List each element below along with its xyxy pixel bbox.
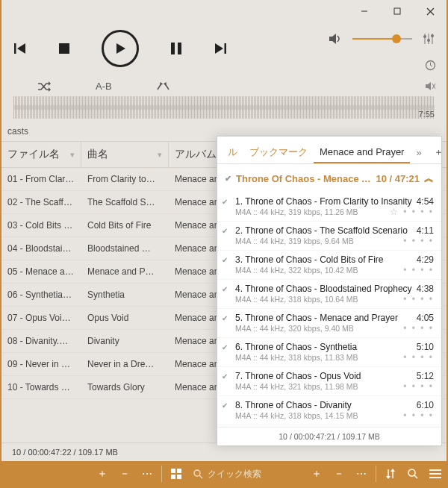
new-tab-icon[interactable]: ＋: [428, 141, 448, 163]
bottom-toolbar: ＋ － ⋯ クイック検索 ＋ － ⋯: [1, 461, 447, 487]
rating-dots[interactable]: ☆ • • • •: [390, 207, 434, 217]
svg-line-21: [431, 66, 433, 67]
checkmark-icon: ✔: [225, 174, 231, 184]
playlist-item[interactable]: ✔6. Throne of Chaos - Synthetia5:10M4A :…: [217, 338, 441, 367]
svg-marker-10: [215, 43, 223, 54]
grid-view-icon[interactable]: [165, 461, 187, 487]
check-icon: ✔: [222, 198, 228, 206]
svg-rect-31: [171, 475, 175, 479]
filter-icon[interactable]: ▾: [70, 150, 75, 160]
check-icon: ✔: [222, 401, 228, 410]
rating-dots[interactable]: • • • •: [403, 236, 434, 246]
rating-dots[interactable]: • • • •: [403, 381, 434, 392]
play-button[interactable]: [102, 30, 139, 67]
check-icon: ✔: [222, 227, 228, 235]
svg-point-18: [431, 34, 434, 37]
svg-rect-9: [178, 43, 181, 54]
svg-marker-25: [49, 81, 51, 86]
tabs-overflow-icon[interactable]: »: [410, 143, 427, 163]
next-button[interactable]: [214, 42, 227, 55]
time-total: 7:55: [419, 110, 435, 119]
svg-rect-29: [171, 469, 175, 473]
player-area: A-B 7:55: [1, 22, 447, 122]
playlist-item[interactable]: ✔7. Throne of Chaos - Opus Void5:12M4A :…: [217, 367, 441, 396]
more-button[interactable]: ⋯: [136, 461, 158, 487]
shuffle-icon[interactable]: [37, 81, 51, 92]
svg-rect-1: [394, 8, 400, 14]
pl-more-button[interactable]: ⋯: [350, 461, 373, 487]
rating-dots[interactable]: • • • •: [403, 294, 434, 304]
svg-marker-22: [426, 82, 431, 90]
svg-rect-4: [14, 43, 16, 54]
sort-icon[interactable]: [379, 461, 402, 487]
rating-dots[interactable]: • • • •: [403, 352, 434, 363]
col-filename[interactable]: ファイル名▾: [1, 142, 81, 167]
quick-search[interactable]: クイック検索: [187, 468, 305, 481]
playlist-item[interactable]: ✔5. Throne of Chaos - Menace and Prayer4…: [217, 309, 441, 338]
rating-dots[interactable]: • • • •: [403, 265, 434, 275]
filter-icon[interactable]: ▾: [158, 150, 162, 160]
equalizer-icon[interactable]: [423, 33, 435, 45]
menu-icon[interactable]: [424, 461, 447, 487]
pl-add-button[interactable]: ＋: [305, 461, 328, 487]
svg-rect-32: [177, 475, 181, 479]
rating-dots[interactable]: • • • •: [403, 323, 434, 334]
check-icon: ✔: [222, 314, 228, 322]
col-song[interactable]: 曲名▾: [81, 142, 169, 167]
playlist-item[interactable]: ✔2. Throne of Chaos - The Scaffold Scena…: [217, 222, 441, 251]
pl-remove-button[interactable]: －: [328, 461, 350, 487]
svg-marker-5: [17, 43, 25, 54]
prev-button[interactable]: [13, 42, 27, 55]
svg-marker-12: [329, 34, 336, 44]
check-icon: ✔: [222, 343, 228, 351]
rating-dots[interactable]: • • • •: [403, 410, 434, 421]
minimize-button[interactable]: [348, 0, 381, 22]
svg-point-39: [408, 469, 415, 476]
svg-point-17: [427, 39, 430, 42]
svg-line-34: [199, 475, 202, 478]
playlist-header[interactable]: ✔ Throne Of Chaos - Menace A… 10 / 47:21…: [217, 164, 441, 193]
playlist-item[interactable]: ✔8. Throne of Chaos - Divanity6:10M4A ::…: [217, 396, 441, 425]
check-icon: ✔: [222, 256, 228, 264]
add-button[interactable]: ＋: [91, 461, 113, 487]
svg-marker-36: [386, 476, 391, 479]
ab-repeat-label[interactable]: A-B: [96, 81, 112, 92]
search-icon[interactable]: [402, 461, 424, 487]
svg-rect-11: [225, 43, 227, 54]
titlebar: [1, 0, 447, 22]
mute-icon[interactable]: [425, 81, 436, 91]
svg-rect-6: [59, 43, 69, 54]
tab-active-playlist[interactable]: Menace and Prayer: [314, 142, 410, 163]
playlist-item[interactable]: ✔3. Throne of Chaos - Cold Bits of Fire4…: [217, 251, 441, 280]
pause-button[interactable]: [170, 42, 182, 55]
svg-rect-8: [171, 43, 175, 54]
svg-point-33: [194, 470, 200, 476]
playlist-status: 10 / 00:00:47:21 / 109.17 MB: [217, 427, 441, 445]
playlist-panel: ル ブックマーク Menace and Prayer » ＋ ✔ Throne …: [217, 136, 442, 446]
svg-marker-26: [49, 87, 51, 92]
tab-bookmark[interactable]: ブックマーク: [243, 141, 314, 163]
check-icon: ✔: [222, 372, 228, 381]
volume-icon[interactable]: [329, 33, 342, 45]
maximize-button[interactable]: [381, 0, 414, 22]
remove-button[interactable]: －: [113, 461, 136, 487]
playlist-item[interactable]: ✔1. Throne of Chaos - From Clarity to In…: [217, 193, 441, 222]
crossfade-icon[interactable]: [157, 81, 170, 92]
waveform[interactable]: [13, 96, 435, 119]
playlist-item[interactable]: ✔4. Throne of Chaos - Bloodstained Proph…: [217, 280, 441, 309]
svg-marker-7: [116, 43, 125, 54]
collapse-icon[interactable]: ︽: [424, 172, 434, 185]
svg-marker-38: [391, 469, 395, 472]
tab-ru[interactable]: ル: [222, 141, 243, 163]
svg-point-16: [423, 35, 426, 38]
check-icon: ✔: [222, 285, 228, 293]
stop-button[interactable]: [58, 43, 70, 54]
close-button[interactable]: [414, 0, 447, 22]
svg-line-40: [414, 475, 417, 478]
svg-rect-30: [177, 469, 181, 473]
clock-icon[interactable]: [425, 60, 436, 71]
volume-slider[interactable]: [352, 38, 412, 40]
